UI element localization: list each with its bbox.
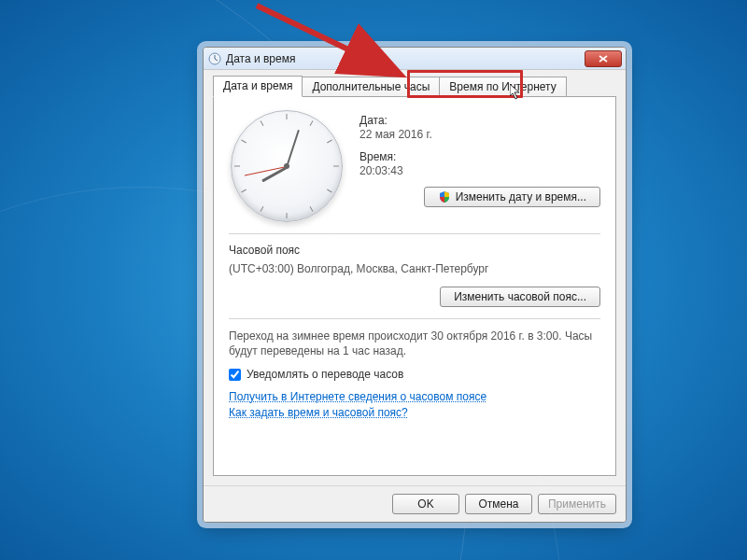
cursor-icon bbox=[510, 84, 523, 101]
svg-marker-7 bbox=[510, 84, 519, 99]
uac-shield-icon bbox=[438, 190, 451, 203]
dst-notify-row[interactable]: Уведомлять о переводе часов bbox=[229, 368, 600, 381]
change-date-time-label: Изменить дату и время... bbox=[456, 190, 586, 203]
apply-button[interactable]: Применить bbox=[538, 494, 616, 514]
timezone-label: Часовой пояс bbox=[229, 244, 600, 257]
date-value: 22 мая 2016 г. bbox=[359, 128, 600, 141]
cancel-button[interactable]: Отмена bbox=[465, 494, 532, 514]
change-timezone-label: Изменить часовой пояс... bbox=[454, 290, 586, 303]
dst-info-text: Переход на зимнее время происходит 30 ок… bbox=[229, 329, 600, 358]
clock-icon bbox=[207, 51, 222, 66]
close-button[interactable] bbox=[585, 50, 622, 67]
dst-notify-checkbox[interactable] bbox=[229, 369, 241, 381]
tab-additional-clocks[interactable]: Дополнительные часы bbox=[302, 77, 440, 97]
window-title: Дата и время bbox=[226, 52, 585, 65]
change-timezone-button[interactable]: Изменить часовой пояс... bbox=[440, 287, 600, 307]
link-howto[interactable]: Как задать время и часовой пояс? bbox=[229, 406, 408, 419]
analog-clock bbox=[231, 110, 343, 222]
titlebar[interactable]: Дата и время bbox=[204, 48, 626, 70]
tab-date-time[interactable]: Дата и время bbox=[213, 76, 303, 97]
date-label: Дата: bbox=[359, 114, 600, 127]
change-date-time-button[interactable]: Изменить дату и время... bbox=[424, 187, 600, 207]
timezone-value: (UTC+03:00) Волгоград, Москва, Санкт-Пет… bbox=[229, 262, 600, 275]
time-value: 20:03:43 bbox=[359, 164, 600, 177]
date-time-dialog: Дата и время Дата и время Дополнительные… bbox=[203, 47, 627, 523]
dialog-footer: OK Отмена Применить bbox=[204, 485, 626, 522]
tab-internet-time[interactable]: Время по Интернету bbox=[439, 77, 566, 97]
time-label: Время: bbox=[359, 150, 600, 163]
dst-notify-label: Уведомлять о переводе часов bbox=[247, 368, 403, 381]
link-timezone-info[interactable]: Получить в Интернете сведения о часовом … bbox=[229, 390, 486, 403]
tab-strip: Дата и время Дополнительные часы Время п… bbox=[213, 76, 616, 97]
tab-panel-date-time: Дата: 22 мая 2016 г. Время: 20:03:43 bbox=[213, 96, 616, 476]
ok-button[interactable]: OK bbox=[392, 494, 459, 514]
